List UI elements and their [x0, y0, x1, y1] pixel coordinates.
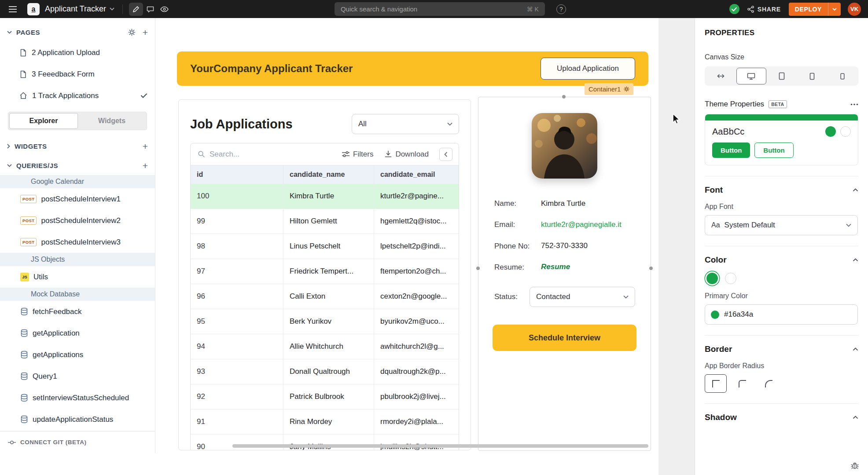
cell-id: 90 [191, 435, 283, 450]
query-item[interactable]: Query1 [0, 365, 155, 387]
email-link[interactable]: kturtle2r@paginegialle.it [541, 220, 635, 229]
radius-sharp-button[interactable] [705, 374, 727, 393]
cell-candidate-name: Friedrick Tempert... [283, 259, 374, 284]
pages-settings-gear-icon[interactable] [128, 29, 136, 36]
comment-icon[interactable] [143, 3, 157, 16]
query-item[interactable]: POST postScheduleInterview1 [0, 188, 155, 210]
download-button[interactable]: Download [385, 150, 429, 159]
table-row[interactable]: 98 Linus Petschelt lpetschelt2p@indi... [191, 234, 459, 259]
column-header[interactable]: candidate_email [374, 165, 459, 184]
query-item[interactable]: getApplications [0, 344, 155, 365]
theme-primary-swatch[interactable] [825, 126, 836, 137]
fluid-width-button[interactable] [706, 68, 736, 84]
column-header[interactable]: candidate_name [283, 165, 374, 184]
tab-widgets[interactable]: Widgets [78, 113, 146, 129]
cell-candidate-email: kturtle2r@pagine... [374, 184, 459, 208]
query-item[interactable]: POST postScheduleInterview2 [0, 210, 155, 231]
app-font-label: App Font [705, 203, 858, 211]
user-avatar[interactable]: VK [848, 3, 861, 16]
table-row[interactable]: 95 Berk Yurikov byurikov2m@uco... [191, 309, 459, 334]
query-item[interactable]: JS Utils [0, 266, 155, 288]
widgets-section-header[interactable]: WIDGETS + [0, 136, 155, 156]
table-row[interactable]: 96 Calli Exton cexton2n@google... [191, 284, 459, 309]
query-item[interactable]: POST postScheduleInterview3 [0, 231, 155, 253]
radius-medium-button[interactable] [731, 374, 753, 393]
mobile-size-button[interactable] [828, 68, 857, 84]
radius-round-button[interactable] [758, 374, 780, 393]
query-item[interactable]: setInterviewStatusScheduled [0, 387, 155, 409]
queries-section-header[interactable]: QUERIES/JS + [0, 156, 155, 175]
add-widget-button[interactable]: + [143, 142, 148, 151]
desktop-size-button[interactable] [736, 68, 767, 84]
table-search-input[interactable] [210, 150, 331, 159]
table-row[interactable]: 94 Allie Whitchurch awhitchurch2l@g... [191, 334, 459, 359]
database-icon [20, 329, 28, 337]
table-row[interactable]: 91 Rina Mordey rmordey2i@plala... [191, 409, 459, 435]
query-item[interactable]: getApplication [0, 322, 155, 344]
resume-link[interactable]: Resume [541, 263, 635, 271]
app-title-menu[interactable]: Applicant Tracker [45, 4, 114, 14]
query-item[interactable]: fetchFeedback [0, 301, 155, 322]
query-group-header: Google Calendar [0, 175, 155, 188]
edit-pencil-icon[interactable] [129, 3, 143, 16]
app-font-select[interactable]: Aa System Default [705, 215, 858, 235]
home-icon [19, 92, 27, 99]
table-row[interactable]: 97 Friedrick Tempert... ftemperton2o@ch.… [191, 259, 459, 284]
connect-git-button[interactable]: CONNECT GIT (BETA) [0, 431, 155, 453]
help-icon[interactable]: ? [556, 4, 566, 14]
menu-icon[interactable] [6, 4, 19, 15]
schedule-interview-button[interactable]: Schedule Interview [493, 325, 636, 351]
field-email: Email: kturtle2r@paginegialle.it [478, 220, 651, 229]
chevron-up-icon [853, 188, 858, 192]
query-item[interactable]: updateApplicationStatus [0, 409, 155, 430]
page-item[interactable]: 1 Track Applications [0, 85, 155, 106]
theme-background-swatch[interactable] [840, 126, 851, 137]
database-icon [20, 307, 28, 316]
tablet-size-button[interactable] [767, 68, 797, 84]
widget-settings-gear-icon[interactable] [624, 86, 629, 92]
table-row[interactable]: 100 Kimbra Turtle kturtle2r@pagine... [191, 184, 459, 209]
table-body: 100 Kimbra Turtle kturtle2r@pagine... 99… [191, 184, 459, 450]
preview-eye-icon[interactable] [157, 3, 171, 16]
primary-color-swatch[interactable] [706, 273, 718, 284]
download-icon [385, 150, 392, 158]
color-section-header[interactable]: Color [705, 255, 858, 265]
background-color-swatch[interactable] [725, 273, 736, 284]
border-section-header[interactable]: Border [705, 344, 858, 354]
shadow-section-header[interactable]: Shadow [705, 413, 858, 422]
collapse-pagination-button[interactable] [439, 148, 452, 161]
table-row[interactable]: 99 Hilton Gemlett hgemlett2q@istoc... [191, 209, 459, 234]
deploy-options-caret[interactable] [828, 3, 841, 16]
status-select[interactable]: Contacted [530, 287, 635, 307]
table-row[interactable]: 90 Jany Mullins jmullins2h@shutt... [191, 435, 459, 450]
selected-widget-name-tag[interactable]: Container1 [585, 83, 633, 95]
table-row[interactable]: 92 Patrick Bulbrook pbulbrook2j@livej... [191, 384, 459, 409]
field-phone: Phone No: 752-370-3330 [478, 241, 651, 251]
mobile-large-size-button[interactable] [798, 68, 827, 84]
share-button[interactable]: SHARE [747, 6, 781, 13]
resize-handle-left[interactable] [476, 266, 480, 270]
page-item[interactable]: 2 Application Upload [0, 42, 155, 63]
pages-section-header[interactable]: PAGES + [0, 22, 155, 42]
tab-explorer[interactable]: Explorer [9, 113, 78, 129]
filters-button[interactable]: Filters [342, 150, 373, 159]
debug-bug-icon[interactable] [850, 461, 859, 470]
add-query-plus-button[interactable]: + [143, 161, 148, 170]
add-page-button[interactable]: + [143, 28, 148, 37]
upload-application-button[interactable]: Upload Application [541, 58, 635, 80]
horizontal-scrollbar[interactable] [232, 444, 648, 448]
primary-color-input[interactable]: #16a34a [705, 304, 858, 325]
container1-widget[interactable]: Name: Kimbra Turtle Email: kturtle2r@pag… [478, 97, 651, 451]
page-item[interactable]: 3 Feeedback Form [0, 63, 155, 85]
font-section-header[interactable]: Font [705, 185, 858, 195]
quick-search-input[interactable]: Quick search & navigation ⌘ K [335, 2, 545, 16]
table-row[interactable]: 93 Donall Qualtrough dqualtrough2k@p... [191, 359, 459, 384]
theme-more-options-icon[interactable] [850, 103, 858, 106]
resize-handle-right[interactable] [649, 266, 653, 270]
resize-handle-top[interactable] [562, 95, 566, 99]
theme-font-sample: AaBbCc [712, 127, 744, 137]
chevron-down-icon [110, 7, 114, 11]
status-filter-select[interactable]: All [352, 114, 459, 134]
column-header[interactable]: id [191, 165, 283, 184]
deploy-button[interactable]: DEPLOY [789, 3, 841, 16]
